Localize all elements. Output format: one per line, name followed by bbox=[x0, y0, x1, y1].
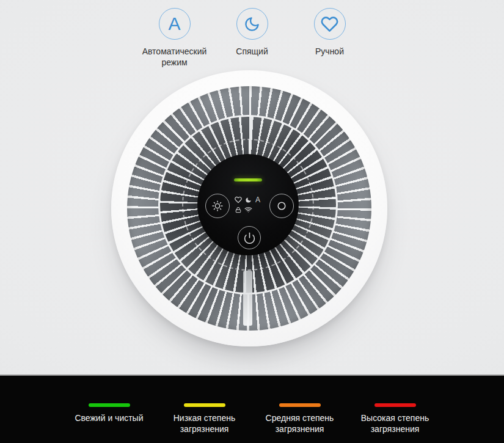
manual-mode-icon[interactable] bbox=[314, 8, 346, 40]
wifi-icon bbox=[244, 206, 252, 213]
legend-label: Низкая степень загрязнения bbox=[161, 412, 248, 434]
brightness-button[interactable] bbox=[205, 194, 230, 218]
legend-row: Свежий и чистый Низкая степень загрязнен… bbox=[0, 376, 504, 434]
auto-mode-icon[interactable]: A bbox=[159, 8, 191, 40]
moon-icon bbox=[244, 16, 260, 32]
legend-label: Свежий и чистый bbox=[75, 412, 143, 423]
legend-line-red bbox=[374, 403, 416, 407]
mode-auto-label: Автоматический режим bbox=[139, 46, 211, 68]
panel-layer: A bbox=[127, 86, 371, 331]
mode-sleep-label: Спящий bbox=[236, 46, 268, 57]
lock-icon bbox=[235, 207, 241, 213]
heart-icon bbox=[321, 15, 338, 33]
mode-manual-label: Ручной bbox=[315, 46, 344, 57]
auto-letter: A bbox=[168, 15, 180, 33]
moon-icon bbox=[245, 197, 252, 203]
legend-line-green bbox=[89, 403, 130, 407]
panel-indicator-cluster: A bbox=[233, 196, 263, 213]
power-icon bbox=[243, 232, 256, 244]
brightness-icon bbox=[211, 200, 224, 212]
fan-speed-icon bbox=[275, 199, 288, 213]
sleep-mode-icon[interactable] bbox=[236, 8, 268, 40]
air-quality-status-line bbox=[234, 178, 262, 181]
legend-item-fresh: Свежий и чистый bbox=[62, 403, 157, 434]
legend-label: Средняя степень загрязнения bbox=[257, 412, 343, 434]
mode-sleep[interactable]: Спящий bbox=[213, 8, 291, 68]
control-panel: A bbox=[197, 154, 299, 255]
mode-auto[interactable]: A Автоматический режим bbox=[136, 8, 213, 68]
legend-label: Высокая степень загрязнения bbox=[352, 412, 439, 434]
legend-item-high: Высокая степень загрязнения bbox=[348, 403, 443, 434]
heart-icon bbox=[235, 196, 242, 203]
mode-manual[interactable]: Ручной bbox=[291, 8, 368, 68]
legend-item-low: Низкая степень загрязнения bbox=[157, 403, 252, 434]
fan-speed-button[interactable] bbox=[269, 194, 294, 218]
legend-line-yellow bbox=[184, 403, 225, 407]
air-quality-legend: Свежий и чистый Низкая степень загрязнен… bbox=[0, 375, 504, 443]
mode-selector: A Автоматический режим Спящий Ручной bbox=[0, 8, 504, 68]
air-purifier-device: A bbox=[111, 70, 387, 346]
legend-line-orange bbox=[279, 403, 321, 407]
legend-item-medium: Средняя степень загрязнения bbox=[252, 403, 348, 434]
auto-indicator: A bbox=[255, 196, 260, 203]
power-button[interactable] bbox=[238, 226, 261, 249]
